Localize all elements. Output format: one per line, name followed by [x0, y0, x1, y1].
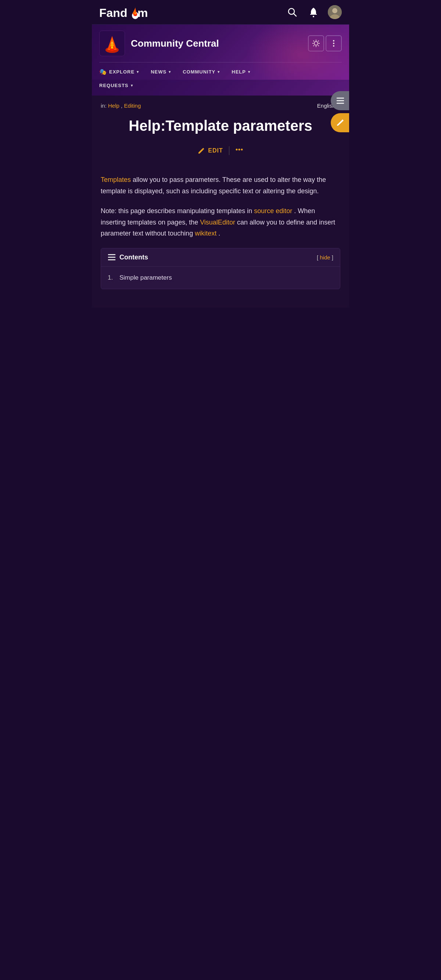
user-avatar[interactable]	[328, 5, 342, 19]
svg-point-37	[241, 149, 242, 151]
nav-news-label: NEWS	[151, 69, 167, 75]
community-chevron-icon: ▾	[218, 70, 220, 74]
breadcrumb: in: Help , Editing	[101, 102, 141, 109]
nav-item-requests[interactable]: REQUESTS ▾	[99, 80, 133, 91]
contents-item-1: 1. Simple parameters	[108, 272, 333, 284]
svg-point-20	[314, 41, 318, 45]
site-header-controls	[308, 35, 342, 51]
nav-community-label: COMMUNITY	[183, 69, 215, 75]
explore-chevron-icon: ▾	[137, 70, 139, 74]
breadcrumb-row: in: Help , Editing English ▾	[92, 95, 349, 113]
edit-button[interactable]: EDIT	[198, 147, 223, 154]
floating-buttons	[331, 91, 349, 132]
contents-toc-icon	[108, 254, 116, 261]
search-icon[interactable]	[285, 5, 299, 19]
toc-float-button[interactable]	[331, 91, 349, 110]
para1-text: allow you to pass parameters. These are …	[101, 176, 326, 195]
breadcrumb-prefix: in:	[101, 102, 107, 109]
theme-toggle-button[interactable]	[308, 35, 324, 51]
explore-icon: 🎭	[99, 68, 107, 75]
fandom-logo[interactable]: Fand m	[99, 5, 151, 20]
article-paragraph-1: Templates allow you to pass parameters. …	[101, 174, 340, 197]
contents-hide: [ hide ]	[317, 254, 333, 261]
wikitext-link[interactable]: wikitext	[195, 230, 217, 237]
svg-point-9	[313, 16, 314, 17]
contents-list: 1. Simple parameters	[101, 267, 340, 289]
site-name: Community Central	[131, 38, 219, 49]
notification-icon[interactable]	[307, 5, 320, 19]
breadcrumb-help-link[interactable]: Help	[108, 102, 119, 109]
source-editor-link[interactable]: source editor	[254, 207, 292, 215]
more-options-edit-button[interactable]	[235, 145, 243, 156]
requests-chevron-icon: ▾	[131, 83, 133, 88]
content-area: in: Help , Editing English ▾	[92, 95, 349, 307]
more-options-button[interactable]	[326, 35, 342, 51]
edit-toolbar-divider	[229, 146, 229, 155]
site-navigation: 🎭 EXPLORE ▾ NEWS ▾ COMMUNITY ▾ HELP ▾	[99, 62, 342, 80]
page-title-section: Help:Template parameters EDIT	[92, 113, 349, 170]
nav-item-help[interactable]: HELP ▾	[226, 65, 256, 79]
svg-point-30	[333, 43, 334, 44]
nav-explore-label: EXPLORE	[109, 69, 134, 75]
contents-box: Contents [ hide ] 1. Simple parameters	[101, 248, 340, 289]
site-logo[interactable]	[99, 30, 125, 56]
svg-point-29	[333, 40, 334, 41]
para2-text-1: Note: this page describes manipulating t…	[101, 207, 254, 215]
page-title: Help:Template parameters	[101, 117, 340, 135]
svg-line-25	[314, 41, 314, 41]
templates-link[interactable]: Templates	[101, 176, 131, 183]
article-paragraph-2: Note: this page describes manipulating t…	[101, 205, 340, 239]
contents-header: Contents [ hide ]	[101, 248, 340, 267]
nav-requests-label: REQUESTS	[99, 83, 129, 88]
svg-text:m: m	[137, 6, 148, 19]
news-chevron-icon: ▾	[169, 70, 171, 74]
nav-item-explore[interactable]: 🎭 EXPLORE ▾	[99, 64, 145, 80]
edit-label: EDIT	[208, 147, 223, 154]
site-title-row: Community Central	[99, 30, 342, 56]
top-nav-icons	[285, 5, 342, 19]
svg-line-28	[314, 46, 314, 46]
contents-item-1-num: 1.	[108, 274, 116, 282]
nav-item-news[interactable]: NEWS ▾	[145, 65, 177, 79]
contents-title: Contents	[108, 253, 148, 261]
hide-bracket-close: ]	[332, 254, 333, 261]
site-navigation-2: REQUESTS ▾	[92, 80, 349, 95]
svg-point-35	[236, 149, 237, 151]
site-header: Community Central	[92, 25, 349, 80]
edit-toolbar: EDIT	[101, 142, 340, 163]
top-navigation: Fand m	[92, 0, 349, 25]
hide-link[interactable]: hide	[320, 254, 330, 261]
avatar-image	[328, 5, 342, 19]
contents-item-1-link[interactable]: Simple parameters	[119, 274, 172, 282]
svg-line-26	[318, 46, 319, 46]
visual-editor-link[interactable]: VisualEditor	[200, 219, 235, 226]
svg-line-8	[294, 14, 296, 16]
breadcrumb-editing-link[interactable]: Editing	[124, 102, 141, 109]
svg-line-27	[318, 41, 319, 41]
para2-text-4: .	[218, 230, 220, 237]
help-chevron-icon: ▾	[248, 70, 250, 74]
nav-item-community[interactable]: COMMUNITY ▾	[177, 65, 226, 79]
edit-pencil-icon	[198, 147, 205, 154]
svg-point-11	[332, 8, 338, 13]
nav-help-label: HELP	[231, 69, 246, 75]
site-title-left: Community Central	[99, 30, 219, 56]
svg-point-31	[333, 45, 334, 47]
svg-text:Fand: Fand	[99, 6, 127, 19]
hide-bracket-open: [	[317, 254, 318, 261]
svg-point-36	[238, 149, 240, 151]
article-content: Templates allow you to pass parameters. …	[92, 170, 349, 307]
contents-title-label: Contents	[119, 253, 148, 261]
site-logo-flame	[103, 33, 121, 54]
more-dots-icon	[235, 145, 243, 154]
fandom-logo-svg: Fand m	[99, 5, 151, 20]
edit-float-button[interactable]	[331, 113, 349, 132]
